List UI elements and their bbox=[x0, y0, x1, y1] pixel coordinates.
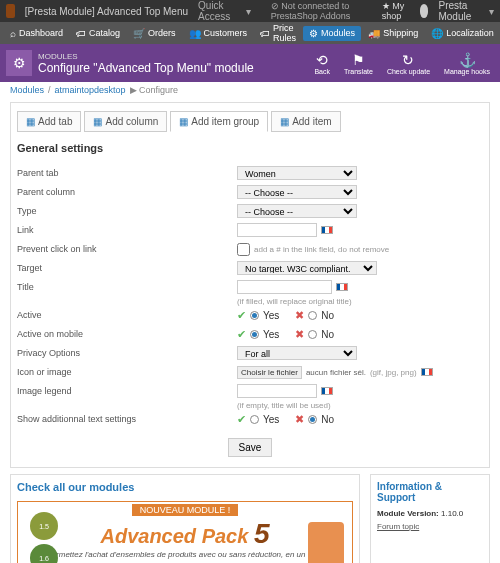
avatar[interactable] bbox=[420, 4, 429, 18]
price-icon: 🏷 bbox=[260, 28, 270, 39]
dashboard-icon: ⌕ bbox=[10, 28, 16, 39]
plus-icon: ▦ bbox=[179, 116, 188, 127]
nav-catalog[interactable]: 🏷Catalog bbox=[70, 26, 126, 41]
tag-icon: 🏷 bbox=[76, 28, 86, 39]
select-privacy[interactable]: For all bbox=[237, 346, 357, 360]
badge-15: 1.5 bbox=[30, 512, 58, 540]
label-active: Active bbox=[17, 310, 237, 320]
checkbox-prevent-click[interactable] bbox=[237, 243, 250, 256]
breadcrumb: Modules / atmaintopdesktop ▶ Configure bbox=[0, 82, 500, 98]
file-status: aucun fichier sél. bbox=[306, 368, 366, 377]
nav-customers[interactable]: 👥Customers bbox=[183, 26, 254, 41]
header-big: Configure "Advanced Top Menu" module bbox=[38, 61, 314, 75]
plus-icon: ▦ bbox=[26, 116, 35, 127]
label-parent-tab: Parent tab bbox=[17, 168, 237, 178]
page-title: [Presta Module] Advanced Top Menu bbox=[25, 6, 188, 17]
lang-flag-icon[interactable] bbox=[336, 283, 348, 291]
lang-flag-icon[interactable] bbox=[321, 226, 333, 234]
check-modules-title: Check all our modules bbox=[17, 481, 353, 493]
hint-title: (if filled, will replace original title) bbox=[237, 297, 483, 306]
label-active-mobile: Active on mobile bbox=[17, 329, 237, 339]
check-icon: ✔ bbox=[237, 413, 246, 426]
quick-access[interactable]: Quick Access bbox=[198, 0, 236, 22]
nav-orders[interactable]: 🛒Orders bbox=[127, 26, 182, 41]
radio-show-no[interactable] bbox=[308, 415, 317, 424]
tab-add-tab[interactable]: ▦Add tab bbox=[17, 111, 81, 132]
header-small: MODULES bbox=[38, 52, 314, 61]
section-title: General settings bbox=[17, 142, 483, 154]
radio-active-no[interactable] bbox=[308, 311, 317, 320]
radio-mobile-no[interactable] bbox=[308, 330, 317, 339]
forum-link[interactable]: Forum topic bbox=[377, 522, 483, 531]
crumb-modules[interactable]: Modules bbox=[10, 85, 44, 95]
addons-status[interactable]: ⊘ Not connected to PrestaShop Addons bbox=[271, 1, 372, 21]
orders-icon: 🛒 bbox=[133, 28, 145, 39]
nav-shipping[interactable]: 🚚Shipping bbox=[362, 26, 424, 41]
customers-icon: 👥 bbox=[189, 28, 201, 39]
check-icon: ✔ bbox=[237, 309, 246, 322]
input-title[interactable] bbox=[237, 280, 332, 294]
puzzle-icon: ⚙ bbox=[309, 28, 318, 39]
manage-hooks-button[interactable]: ⚓Manage hooks bbox=[444, 52, 490, 75]
module-icon: ⚙ bbox=[6, 50, 32, 76]
back-button[interactable]: ⟲Back bbox=[314, 52, 330, 75]
label-link: Link bbox=[17, 225, 237, 235]
globe-icon: 🌐 bbox=[431, 28, 443, 39]
crumb-module-name[interactable]: atmaintopdesktop bbox=[55, 85, 126, 95]
back-icon: ⟲ bbox=[314, 52, 330, 68]
label-privacy: Privacy Options bbox=[17, 348, 237, 358]
app-logo bbox=[6, 4, 15, 18]
select-parent-tab[interactable]: Women bbox=[237, 166, 357, 180]
nav-localization[interactable]: 🌐Localization bbox=[425, 26, 500, 41]
cross-icon: ✖ bbox=[295, 309, 304, 322]
check-update-button[interactable]: ↻Check update bbox=[387, 52, 430, 75]
translate-button[interactable]: ⚑Translate bbox=[344, 52, 373, 75]
input-link[interactable] bbox=[237, 223, 317, 237]
plus-icon: ▦ bbox=[93, 116, 102, 127]
radio-active-yes[interactable] bbox=[250, 311, 259, 320]
radio-show-yes[interactable] bbox=[250, 415, 259, 424]
user-name[interactable]: Presta Module bbox=[438, 0, 479, 22]
lang-flag-icon[interactable] bbox=[421, 368, 433, 376]
select-type[interactable]: -- Choose -- bbox=[237, 204, 357, 218]
refresh-icon: ↻ bbox=[387, 52, 430, 68]
nav-pricerules[interactable]: 🏷Price Rules bbox=[254, 21, 302, 45]
my-shop-link[interactable]: ★ My shop bbox=[382, 1, 410, 21]
label-title: Title bbox=[17, 282, 237, 292]
lang-flag-icon[interactable] bbox=[321, 387, 333, 395]
tab-add-item-group[interactable]: ▦Add item group bbox=[170, 111, 268, 132]
select-parent-column[interactable]: -- Choose -- bbox=[237, 185, 357, 199]
input-legend[interactable] bbox=[237, 384, 317, 398]
label-target: Target bbox=[17, 263, 237, 273]
label-legend: Image legend bbox=[17, 386, 237, 396]
check-icon: ✔ bbox=[237, 328, 246, 341]
anchor-icon: ⚓ bbox=[444, 52, 490, 68]
file-choose-button[interactable]: Choisir le fichier bbox=[237, 366, 302, 379]
tab-add-item[interactable]: ▦Add item bbox=[271, 111, 340, 132]
cross-icon: ✖ bbox=[295, 328, 304, 341]
plus-icon: ▦ bbox=[280, 116, 289, 127]
product-image bbox=[308, 522, 344, 563]
label-show-additional: Show additionnal text settings bbox=[17, 414, 237, 424]
label-type: Type bbox=[17, 206, 237, 216]
cross-icon: ✖ bbox=[295, 413, 304, 426]
crumb-configure: ▶ Configure bbox=[130, 85, 179, 95]
save-button[interactable]: Save bbox=[228, 438, 273, 457]
select-target[interactable]: No target. W3C compliant. bbox=[237, 261, 377, 275]
label-prevent-click: Prevent click on link bbox=[17, 244, 237, 254]
label-icon: Icon or image bbox=[17, 367, 237, 377]
tab-add-column[interactable]: ▦Add column bbox=[84, 111, 167, 132]
flag-icon: ⚑ bbox=[344, 52, 373, 68]
nav-modules[interactable]: ⚙Modules bbox=[303, 26, 361, 41]
label-parent-column: Parent column bbox=[17, 187, 237, 197]
nav-dashboard[interactable]: ⌕Dashboard bbox=[4, 26, 69, 41]
promo-banner[interactable]: NOUVEAU MODULE ! Advanced Pack 5 Permett… bbox=[17, 501, 353, 563]
hint-legend: (if empty, title will be used) bbox=[237, 401, 483, 410]
truck-icon: 🚚 bbox=[368, 28, 380, 39]
info-support-title: Information & Support bbox=[377, 481, 483, 503]
radio-mobile-yes[interactable] bbox=[250, 330, 259, 339]
